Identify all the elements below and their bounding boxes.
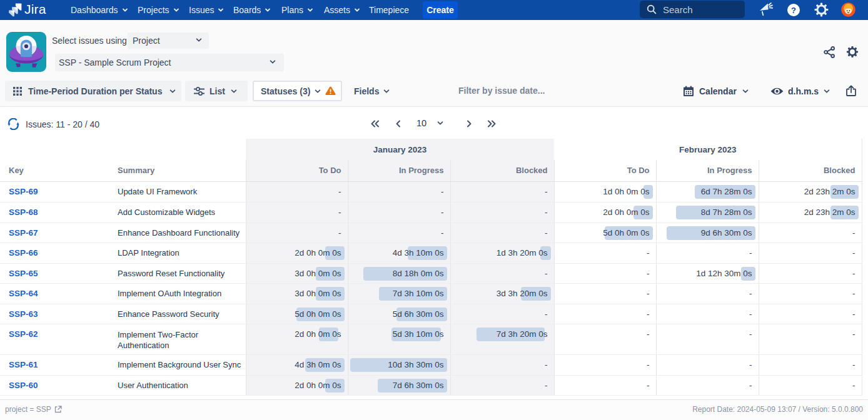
- svg-text:?: ?: [791, 6, 796, 15]
